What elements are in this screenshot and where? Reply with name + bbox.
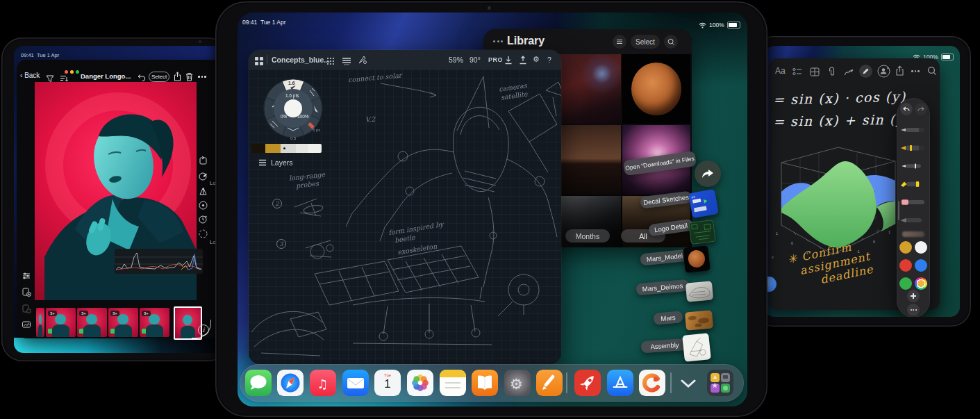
dock-app-photos[interactable]	[407, 370, 433, 396]
select-button[interactable]: Select	[149, 72, 169, 82]
back-button[interactable]: ‹ Back	[20, 72, 40, 79]
front-camera	[199, 40, 201, 43]
export-edits-icon[interactable]	[22, 287, 31, 299]
dock-chevron-button[interactable]	[679, 378, 698, 389]
brush-tool[interactable]	[899, 215, 927, 226]
fountain-pen-tool[interactable]	[899, 142, 927, 154]
drop-arrow-button[interactable]	[695, 161, 721, 187]
color-swatch-red[interactable]	[899, 259, 912, 272]
color-swatch-white[interactable]	[915, 241, 927, 254]
drag-item-thumbnail[interactable]	[685, 310, 713, 330]
dock-app-mail[interactable]	[342, 370, 369, 396]
palette-more-button[interactable]	[907, 304, 920, 316]
notes-toolbar: Aa	[769, 63, 940, 81]
left-status-bar: 09:41 Tue 1 Apr	[21, 52, 59, 58]
burst-badge: 3+	[48, 311, 57, 316]
palette-scrollbar[interactable]	[898, 201, 899, 220]
more-icon[interactable]	[911, 70, 920, 72]
more-icon[interactable]	[198, 76, 206, 78]
redo-button[interactable]	[915, 103, 927, 115]
drag-item-thumbnail[interactable]	[682, 333, 711, 362]
drag-item-thumbnail[interactable]	[683, 245, 711, 273]
handwritten-formula-2: = sin (x) + sin (y)	[773, 111, 911, 129]
pen-tool[interactable]	[899, 124, 927, 135]
filmstrip-thumb[interactable]: 3+	[108, 308, 138, 337]
svg-text:0: 0	[873, 240, 875, 244]
status-date: Tue 1 Apr	[37, 52, 59, 58]
prism-icon[interactable]	[198, 186, 208, 199]
flag-badge	[79, 329, 84, 334]
auto-adjust-icon[interactable]	[22, 271, 31, 284]
white-balance-icon[interactable]	[198, 200, 208, 213]
left-ipad-screen: 09:41 Tue 1 Apr ‹ Back Danger Longo...	[14, 46, 224, 353]
color-swatch-green[interactable]	[899, 277, 912, 290]
filmstrip-thumb[interactable]	[36, 308, 44, 337]
dock-divider	[670, 372, 672, 393]
drag-layer: Open “Downloads” in Files Decal Sketches…	[238, 13, 747, 406]
crop-icon[interactable]	[198, 156, 208, 169]
filmstrip: 3+3+3+3+	[36, 308, 199, 337]
dock-app-books[interactable]	[472, 370, 498, 396]
drag-item-thumbnail[interactable]: ≡≡	[688, 189, 719, 218]
svg-text:♫: ♫	[317, 377, 328, 391]
burst-badge: 3+	[79, 311, 88, 316]
drag-item-label[interactable]: Decal Sketches	[640, 191, 692, 209]
drag-tooltip: Open “Downloads” in Files	[623, 151, 697, 176]
collaborate-icon[interactable]	[877, 65, 890, 81]
aspect-icon[interactable]	[22, 320, 31, 332]
add-color-button[interactable]	[907, 290, 920, 302]
flag-badge	[48, 329, 53, 334]
color-picker-wheel[interactable]	[915, 277, 927, 290]
drag-item-label[interactable]: Assembly	[640, 338, 688, 354]
dock-app-sketch[interactable]	[536, 370, 563, 396]
drag-item-label[interactable]: Mars_Model	[640, 249, 689, 265]
table-icon[interactable]	[810, 67, 820, 79]
color-swatch-blue[interactable]	[915, 259, 927, 272]
photo-canvas[interactable]	[35, 82, 197, 300]
drag-item-label[interactable]: Logo Detail	[648, 219, 694, 237]
flag-badge	[142, 329, 147, 334]
undo-button[interactable]	[900, 103, 913, 115]
eraser-tool[interactable]	[899, 197, 927, 208]
dock-app-c-swirl[interactable]	[639, 370, 665, 396]
format-button[interactable]: Aa	[775, 66, 786, 76]
photo-editor-window[interactable]: ‹ Back Danger Longo... Select	[17, 60, 224, 338]
svg-text:≡≡: ≡≡	[691, 195, 695, 199]
dock-app-library[interactable]	[707, 370, 733, 396]
dock-app-appstore[interactable]	[607, 370, 633, 396]
dock-app-messages[interactable]	[245, 370, 272, 396]
dock-app-notes[interactable]	[440, 370, 466, 396]
drag-item-label[interactable]: Mars_Deimos	[636, 279, 689, 296]
dock-app-rocket[interactable]	[574, 370, 601, 396]
color-adjust-icon[interactable]	[198, 171, 208, 184]
dock-app-calendar[interactable]: Tue1	[374, 370, 401, 396]
highlighter-tool[interactable]	[899, 179, 927, 190]
smudge-tool[interactable]	[902, 231, 924, 237]
auto-enhance-icon[interactable]	[198, 214, 208, 227]
checklist-icon[interactable]	[792, 67, 802, 79]
search-icon[interactable]	[927, 66, 937, 79]
filmstrip-thumb[interactable]: 3+	[140, 308, 169, 337]
color-swatch-gold[interactable]	[899, 241, 912, 254]
attachment-icon[interactable]	[827, 67, 836, 79]
copy-edits-icon[interactable]	[22, 304, 31, 316]
markup-icon[interactable]	[844, 67, 854, 79]
histogram-panel	[115, 249, 203, 274]
drag-item-thumbnail[interactable]	[686, 281, 713, 302]
drag-item-thumbnail[interactable]	[688, 220, 716, 245]
filmstrip-thumb[interactable]: 3+	[46, 308, 76, 337]
window-corner-highlight	[192, 320, 211, 338]
burst-badge: 3+	[142, 311, 151, 316]
flag-badge	[110, 329, 115, 334]
ipad-left: 09:41 Tue 1 Apr ‹ Back Danger Longo...	[1, 38, 229, 361]
loading-dashed-icon[interactable]	[198, 229, 208, 242]
share-icon[interactable]	[895, 65, 904, 79]
drag-item-label[interactable]: Mars	[653, 311, 683, 325]
filmstrip-thumb[interactable]: 3+	[77, 308, 107, 337]
adjustment-rail	[197, 151, 212, 242]
dock-app-music[interactable]: ♫	[310, 370, 336, 396]
pencil-tool[interactable]	[899, 161, 927, 172]
dock-app-safari[interactable]	[277, 370, 304, 396]
pencil-tool-button[interactable]	[859, 65, 872, 78]
dock-app-settings[interactable]: ⚙	[504, 370, 531, 396]
